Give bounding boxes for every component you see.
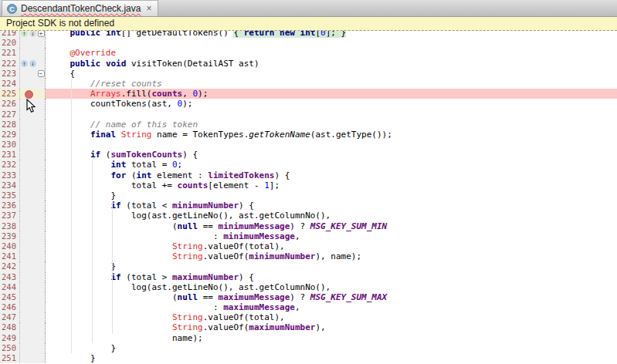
code-editor[interactable]: 219↑↓+ public int[] getDefaultTokens() {…: [0, 31, 617, 364]
fold-plus-icon[interactable]: +: [38, 31, 45, 37]
line-number[interactable]: 219: [0, 31, 20, 38]
code-line[interactable]: 225 Arrays.fill(counts, 0);: [0, 89, 617, 99]
fold-strip[interactable]: [37, 353, 46, 363]
code-line[interactable]: 222↑↓ public void visitToken(DetailAST a…: [0, 59, 617, 69]
code-line[interactable]: 229 final String name = TokenTypes.getTo…: [0, 130, 617, 140]
line-number[interactable]: 224: [0, 79, 20, 89]
fold-strip[interactable]: [37, 140, 46, 150]
line-number[interactable]: 238: [0, 221, 20, 231]
fold-strip[interactable]: +: [37, 31, 46, 38]
fold-strip[interactable]: [37, 292, 46, 302]
code-text[interactable]: name);: [46, 333, 617, 343]
gutter-icon-area[interactable]: [20, 312, 37, 322]
tab-close-icon[interactable]: ×: [144, 4, 151, 13]
gutter-icon-area[interactable]: [20, 241, 37, 251]
fold-strip[interactable]: [37, 241, 46, 251]
gutter-icon-area[interactable]: [20, 79, 37, 89]
code-text[interactable]: @Override: [46, 48, 617, 58]
code-text[interactable]: [46, 38, 617, 48]
fold-strip[interactable]: [37, 302, 46, 312]
fold-strip[interactable]: [37, 170, 46, 180]
fold-strip[interactable]: [37, 38, 46, 48]
line-number[interactable]: 240: [0, 241, 20, 251]
gutter-icon-area[interactable]: [20, 130, 37, 140]
gutter-icon-area[interactable]: [20, 261, 37, 271]
fold-strip[interactable]: [37, 150, 46, 160]
fold-strip[interactable]: [37, 231, 46, 241]
gutter-icon-area[interactable]: [20, 343, 37, 353]
code-text[interactable]: if (sumTokenCounts) {: [46, 150, 617, 160]
fold-strip[interactable]: [37, 120, 46, 130]
fold-strip[interactable]: [37, 282, 46, 292]
breakpoint-icon[interactable]: [25, 90, 33, 99]
gutter-icon-area[interactable]: [20, 160, 37, 170]
code-text[interactable]: if (total < minimumNumber) {: [46, 201, 617, 211]
gutter-icon-area[interactable]: [20, 170, 37, 180]
code-line[interactable]: 250 }: [0, 343, 617, 353]
gutter-icon-area[interactable]: [20, 322, 37, 332]
code-text[interactable]: final String name = TokenTypes.getTokenN…: [46, 130, 617, 140]
gutter-icon-area[interactable]: [20, 292, 37, 302]
line-number[interactable]: 244: [0, 282, 20, 292]
fold-strip[interactable]: [37, 99, 46, 109]
code-text[interactable]: log(ast.getLineNo(), ast.getColumnNo(),: [46, 211, 617, 221]
line-number[interactable]: 241: [0, 251, 20, 261]
code-line[interactable]: 231 if (sumTokenCounts) {: [0, 150, 617, 160]
code-text[interactable]: (null == maximumMessage) ? MSG_KEY_SUM_M…: [46, 292, 617, 302]
line-number[interactable]: 247: [0, 312, 20, 322]
line-number[interactable]: 246: [0, 302, 20, 312]
code-text[interactable]: String.valueOf(minimumNumber), name);: [46, 251, 617, 261]
line-number[interactable]: 239: [0, 231, 20, 241]
line-number[interactable]: 228: [0, 120, 20, 130]
gutter-icon-area[interactable]: [20, 333, 37, 343]
code-text[interactable]: Arrays.fill(counts, 0);: [46, 89, 617, 99]
line-number[interactable]: 234: [0, 180, 20, 190]
gutter-icon-area[interactable]: [20, 282, 37, 292]
code-text[interactable]: }: [46, 190, 617, 201]
code-text[interactable]: countTokens(ast, 0);: [46, 99, 617, 109]
fold-strip[interactable]: [37, 130, 46, 140]
line-number[interactable]: 227: [0, 110, 20, 120]
line-number[interactable]: 243: [0, 272, 20, 282]
line-number[interactable]: 232: [0, 160, 20, 170]
code-text[interactable]: {: [46, 69, 617, 79]
override-up-icon[interactable]: ↑: [21, 31, 28, 37]
gutter-icon-area[interactable]: [20, 48, 37, 58]
gutter-icon-area[interactable]: [20, 38, 37, 48]
line-number[interactable]: 235: [0, 190, 20, 201]
code-line[interactable]: 228 // name of this token: [0, 120, 617, 130]
fold-strip[interactable]: [37, 343, 46, 353]
fold-strip[interactable]: [37, 261, 46, 271]
gutter-icon-area[interactable]: [20, 353, 37, 363]
fold-strip[interactable]: [37, 251, 46, 261]
gutter-icon-area[interactable]: [20, 150, 37, 160]
line-number[interactable]: 236: [0, 201, 20, 211]
fold-strip[interactable]: [37, 110, 46, 120]
code-text[interactable]: (null == minimumMessage) ? MSG_KEY_SUM_M…: [46, 221, 617, 231]
code-line[interactable]: 227: [0, 110, 617, 120]
fold-strip[interactable]: [37, 322, 46, 332]
code-line[interactable]: 221 @Override: [0, 48, 617, 58]
line-number[interactable]: 222: [0, 59, 20, 69]
overridden-icon[interactable]: ↓: [29, 60, 36, 67]
code-text[interactable]: String.valueOf(total),: [46, 241, 617, 251]
code-text[interactable]: public int[] getDefaultTokens() { return…: [46, 31, 617, 38]
code-text[interactable]: : maximumMessage,: [46, 302, 617, 312]
code-text[interactable]: for (int element : limitedTokens) {: [46, 170, 617, 180]
line-number[interactable]: 250: [0, 343, 20, 353]
gutter-icon-area[interactable]: [20, 89, 37, 99]
fold-strip[interactable]: [37, 221, 46, 231]
line-number[interactable]: 225: [0, 89, 20, 99]
code-line[interactable]: 230: [0, 140, 617, 150]
code-line[interactable]: 251 }: [0, 353, 617, 363]
overrides-icon[interactable]: ↑: [21, 60, 28, 67]
gutter-icon-area[interactable]: [20, 251, 37, 261]
fold-strip[interactable]: [37, 312, 46, 322]
gutter-icon-area[interactable]: [20, 120, 37, 130]
code-line[interactable]: 224 //reset counts: [0, 79, 617, 89]
fold-strip[interactable]: [37, 160, 46, 170]
fold-strip[interactable]: [37, 59, 46, 69]
tab-descendanttokencheck[interactable]: C DescendantTokenCheck.java ×: [2, 0, 158, 16]
code-text[interactable]: int total = 0;: [46, 160, 617, 170]
gutter-icon-area[interactable]: ↑↓: [20, 31, 37, 38]
